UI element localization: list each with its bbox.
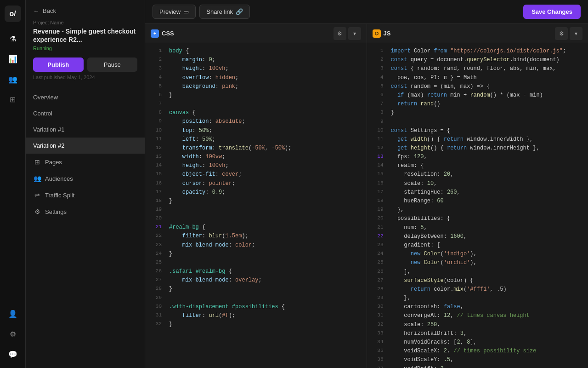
js-line-23: 23 gradient: [ (367, 241, 588, 250)
js-line-5: 5 const random = (min, max) => { (367, 82, 588, 91)
js-line-21: 21 num: 5, (367, 224, 588, 232)
js-line-31: 31 convergeAt: 12, // times canvas heigh… (367, 311, 588, 320)
js-code-content[interactable]: 1 import Color from "https://colorjs.io/… (367, 43, 588, 368)
js-line-22: 22 delayBetween: 1600, (367, 232, 588, 241)
css-panel: ✦ CSS ⚙ ▾ 1 body { 2 margin: 0; (145, 24, 367, 368)
js-line-36: 36 voidScaleY: .5, (367, 356, 588, 364)
js-line-37: 37 voidDrift: 3, (367, 365, 588, 368)
css-line-11: 11 left: 50%; (145, 135, 367, 144)
publish-button[interactable]: Publish (33, 58, 84, 72)
css-line-14: 14 height: 100vh; (145, 161, 367, 170)
sidebar: ← Back Project Name Revenue - Simple gue… (26, 0, 145, 368)
js-settings-button[interactable]: ⚙ (555, 27, 568, 40)
css-line-18: 18 } (145, 197, 367, 206)
nav-label: Variation #1 (33, 126, 64, 133)
rail-chart-icon[interactable]: 📊 (5, 51, 21, 67)
nav-label: Variation #2 (33, 142, 64, 149)
nav-control[interactable]: Control (26, 105, 145, 121)
css-line-30: 30 .with-displacement #possibilities { (145, 303, 367, 311)
js-line-10: 10 const Settings = { (367, 126, 588, 135)
nav-label: Overview (33, 94, 58, 101)
js-line-34: 34 numVoidCracks: [2, 8], (367, 338, 588, 347)
nav-audiences[interactable]: 👥 Audiences (26, 170, 145, 187)
css-badge: ✦ (151, 29, 159, 38)
audiences-icon: 👥 (33, 175, 41, 182)
css-code-content[interactable]: 1 body { 2 margin: 0; 3 height: 100vh; 4… (145, 43, 367, 368)
js-line-14: 14 realm: { (367, 161, 588, 170)
nav-settings[interactable]: ⚙ Settings (26, 203, 145, 220)
css-line-13: 13 width: 100vw; (145, 153, 367, 161)
nav-label: Settings (45, 208, 67, 215)
css-collapse-button[interactable]: ▾ (348, 27, 361, 40)
back-button[interactable]: ← Back (26, 7, 145, 20)
js-line-17: 17 startingHue: 260, (367, 188, 588, 197)
js-line-29: 29 }, (367, 294, 588, 303)
settings-icon: ⚙ (33, 208, 41, 215)
last-published: Last published May 1, 2024 (26, 75, 145, 80)
js-line-2: 2 const query = document.querySelector.b… (367, 56, 588, 64)
app-logo[interactable]: o/ (5, 6, 21, 22)
preview-button[interactable]: Preview ▭ (153, 5, 196, 19)
js-line-15: 15 resolution: 20, (367, 170, 588, 179)
rail-grid-icon[interactable]: ⊞ (5, 91, 21, 108)
css-line-7: 7 (145, 100, 367, 109)
css-panel-header: ✦ CSS ⚙ ▾ (145, 24, 367, 43)
js-panel-header: ⬡ JS ⚙ ▾ (367, 24, 588, 43)
css-line-4: 4 overflow: hidden; (145, 74, 367, 82)
icon-rail: o/ ⚗ 📊 👥 ⊞ 👤 ⚙ 💬 (0, 0, 26, 368)
back-arrow-icon: ← (33, 7, 39, 14)
project-name: Revenue - Simple guest checkout experien… (26, 27, 145, 44)
project-status: Running (26, 46, 145, 51)
css-settings-button[interactable]: ⚙ (334, 27, 346, 40)
css-line-31: 31 filter: url(#f); (145, 311, 367, 320)
css-line-21: 21 #realm-bg { (145, 223, 367, 232)
js-panel-title: ⬡ JS (373, 29, 391, 38)
project-name-label: Project Name (26, 20, 145, 25)
js-line-33: 33 horizontalDrift: 3, (367, 329, 588, 338)
save-changes-button[interactable]: Save Changes (523, 5, 581, 19)
rail-comment-icon[interactable]: 💬 (5, 346, 21, 362)
css-line-25: 25 (145, 259, 367, 267)
nav-traffic-split[interactable]: ⇌ Traffic Split (26, 187, 145, 203)
css-panel-controls: ⚙ ▾ (334, 27, 361, 40)
nav-variation2[interactable]: Variation #2 (26, 138, 145, 154)
css-line-2: 2 margin: 0; (145, 56, 367, 64)
css-line-8: 8 canvas { (145, 109, 367, 117)
sidebar-nav: Overview Control Variation #1 Variation … (26, 89, 145, 361)
nav-label: Traffic Split (45, 192, 74, 199)
css-line-27: 27 mix-blend-mode: overlay; (145, 276, 367, 285)
pause-button[interactable]: Pause (87, 58, 138, 72)
css-line-12: 12 transform: translate(-50%, -50%); (145, 144, 367, 153)
topbar-left: Preview ▭ Share link 🔗 (153, 5, 250, 19)
css-line-24: 24 } (145, 250, 367, 259)
traffic-icon: ⇌ (33, 191, 41, 199)
js-line-16: 16 scale: 10, (367, 179, 588, 188)
rail-users-icon[interactable]: 👥 (5, 71, 21, 87)
nav-pages[interactable]: ⊞ Pages (26, 154, 145, 170)
code-panels: ✦ CSS ⚙ ▾ 1 body { 2 margin: 0; (145, 24, 588, 368)
nav-label: Control (33, 110, 52, 117)
js-line-19: 19 }, (367, 206, 588, 214)
css-line-15: 15 object-fit: cover; (145, 170, 367, 179)
js-line-35: 35 voidScaleX: 2, // times possibility s… (367, 347, 588, 356)
css-line-3: 3 height: 100vh; (145, 64, 367, 73)
nav-variation1[interactable]: Variation #1 (26, 121, 145, 138)
nav-overview[interactable]: Overview (26, 89, 145, 105)
js-collapse-button[interactable]: ▾ (570, 27, 582, 40)
js-line-9: 9 (367, 118, 588, 126)
rail-user-icon[interactable]: 👤 (5, 305, 21, 322)
js-line-28: 28 return color.mix('#fff1', .5) (367, 285, 588, 294)
js-line-27: 27 surfaceStyle(color) { (367, 276, 588, 285)
pages-icon: ⊞ (33, 158, 41, 166)
css-line-1: 1 body { (145, 47, 367, 56)
js-line-8: 8 } (367, 109, 588, 117)
css-line-20: 20 (145, 214, 367, 223)
nav-label: Audiences (45, 175, 73, 182)
rail-flask-icon[interactable]: ⚗ (5, 30, 21, 47)
rail-settings-icon[interactable]: ⚙ (5, 326, 21, 342)
action-buttons: Publish Pause (26, 58, 145, 72)
css-line-19: 19 (145, 206, 367, 214)
share-button[interactable]: Share link 🔗 (199, 5, 250, 19)
js-line-25: 25 new Color('orchid'), (367, 259, 588, 267)
css-line-16: 16 cursor: pointer; (145, 179, 367, 188)
